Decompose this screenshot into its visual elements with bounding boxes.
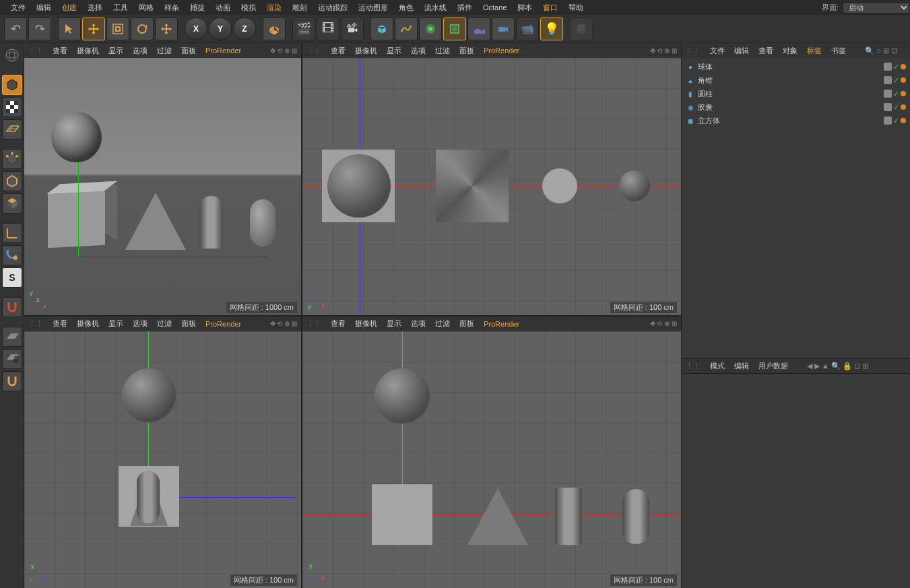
y-axis-lock[interactable]: Y — [209, 18, 232, 40]
front-cylinder[interactable] — [555, 488, 582, 545]
top-cylinder[interactable] — [542, 168, 577, 203]
top-cone[interactable] — [436, 150, 509, 222]
search-icon[interactable]: 🔍 ⌂ ⊞ ⊡ — [865, 46, 897, 55]
add-light[interactable]: 💡 — [540, 18, 563, 40]
add-spline[interactable] — [395, 18, 418, 40]
model-mode[interactable] — [2, 75, 22, 95]
front-cube[interactable] — [372, 484, 432, 545]
texture-mode[interactable] — [2, 97, 22, 117]
menu-file[interactable]: 文件 — [5, 1, 31, 15]
front-capsule[interactable] — [622, 489, 649, 544]
front-sphere[interactable] — [375, 368, 430, 424]
vp-menu-display[interactable]: 显示 — [108, 46, 123, 56]
planar-workplane[interactable] — [2, 371, 22, 391]
last-tool[interactable] — [155, 18, 178, 40]
menu-edit[interactable]: 编辑 — [31, 1, 57, 15]
z-axis-lock[interactable]: Z — [233, 18, 256, 40]
menu-help[interactable]: 帮助 — [563, 1, 589, 15]
vp-menu-options[interactable]: 选项 — [133, 46, 148, 56]
x-axis-lock[interactable]: X — [185, 18, 207, 40]
point-mode[interactable] — [2, 149, 22, 169]
menu-simulate[interactable]: 模拟 — [236, 1, 261, 15]
menu-mograph[interactable]: 运动图形 — [353, 1, 393, 15]
menu-render[interactable]: 渲染 — [261, 1, 287, 15]
layout-dropdown[interactable]: 启动 — [843, 2, 910, 13]
menu-window[interactable]: 窗口 — [538, 1, 563, 15]
add-camera[interactable] — [492, 18, 515, 40]
am-menu-mode[interactable]: 模式 — [710, 361, 725, 371]
add-generator[interactable] — [419, 18, 442, 40]
workplane-snap[interactable] — [2, 327, 22, 347]
object-item-cone[interactable]: ▲ 角锥 ✓ — [686, 73, 906, 87]
menu-animate[interactable]: 动画 — [210, 1, 236, 15]
viewport-solo[interactable]: S — [2, 267, 22, 288]
viewport-nav-icons[interactable]: ✥ ⟲ ⊕ ⊞ — [270, 47, 297, 55]
menu-script[interactable]: 脚本 — [512, 1, 538, 15]
am-menu-userdata[interactable]: 用户数据 — [758, 361, 788, 371]
om-menu-file[interactable]: 文件 — [710, 46, 725, 56]
render-settings[interactable]: 📽 — [341, 18, 364, 40]
menu-pipeline[interactable]: 流水线 — [419, 1, 452, 15]
edge-mode[interactable] — [2, 171, 22, 191]
render-view[interactable]: 🎬 — [292, 18, 315, 40]
add-deformer[interactable] — [443, 18, 466, 40]
object-item-capsule[interactable]: ◉ 胶囊 ✓ — [686, 100, 906, 114]
redo-button[interactable]: ↷ — [28, 18, 51, 40]
workplane-mode[interactable] — [2, 119, 22, 139]
snap-toggle[interactable] — [2, 297, 22, 317]
menu-plugins[interactable]: 插件 — [452, 1, 478, 15]
vp-menu-camera[interactable]: 摄像机 — [77, 46, 99, 56]
om-menu-view[interactable]: 查看 — [758, 46, 773, 56]
menu-character[interactable]: 角色 — [393, 1, 419, 15]
rotate-tool[interactable] — [131, 18, 154, 40]
scene-capsule[interactable] — [250, 199, 275, 247]
menu-create[interactable]: 创建 — [57, 1, 82, 15]
menu-mesh[interactable]: 网格 — [133, 1, 159, 15]
top-capsule[interactable] — [619, 170, 650, 201]
right-sphere[interactable] — [122, 368, 176, 422]
top-sphere[interactable] — [327, 154, 391, 218]
vp-menu-prorender[interactable]: ProRender — [205, 46, 241, 55]
undo-button[interactable]: ↶ — [4, 18, 27, 40]
coord-system[interactable] — [263, 18, 286, 40]
viewport-perspective[interactable]: ⋮⋮ 查看 摄像机 显示 选项 过滤 面板 ProRender ✥ ⟲ ⊕ ⊞ … — [24, 43, 301, 315]
live-select-tool[interactable] — [58, 18, 81, 40]
scene-cone[interactable] — [125, 193, 186, 250]
tweak-mode[interactable] — [2, 245, 22, 265]
vp-menu-panel[interactable]: 面板 — [181, 46, 196, 56]
menu-sculpt[interactable]: 雕刻 — [287, 1, 313, 15]
object-item-cylinder[interactable]: ▮ 圆柱 ✓ — [686, 87, 906, 100]
object-item-sphere[interactable]: ● 球体 ✓ — [686, 60, 906, 73]
menu-tools[interactable]: 工具 — [108, 1, 133, 15]
globe-icon[interactable] — [2, 45, 22, 65]
add-environment[interactable] — [467, 18, 490, 40]
add-camera2[interactable]: 📹 — [516, 18, 539, 40]
menu-octane[interactable]: Octane — [478, 1, 512, 13]
vp-menu-view[interactable]: 查看 — [53, 46, 67, 56]
viewport-front[interactable]: ⋮⋮ 查看 摄像机 显示 选项 过滤 面板 ProRender ✥ ⟲ ⊕ ⊞ … — [302, 317, 681, 589]
am-nav-icons[interactable]: ◀ ▶ ▲ 🔍 🔒 ⊡ ⊞ — [807, 362, 868, 370]
menu-snap[interactable]: 捕捉 — [185, 1, 210, 15]
menu-motiontracker[interactable]: 运动跟踪 — [313, 1, 353, 15]
scene-sphere[interactable] — [51, 112, 102, 162]
polygon-mode[interactable] — [2, 193, 22, 214]
viewport-right[interactable]: ⋮⋮ 查看 摄像机 显示 选项 过滤 面板 ProRender ✥ ⟲ ⊕ ⊞ … — [24, 317, 301, 589]
om-menu-bookmarks[interactable]: 书签 — [831, 46, 846, 56]
om-menu-objects[interactable]: 对象 — [783, 46, 798, 56]
object-item-cube[interactable]: ◼ 立方体 ✓ — [686, 114, 906, 127]
scale-tool[interactable] — [106, 18, 129, 40]
am-menu-edit[interactable]: 编辑 — [734, 361, 749, 371]
content-browser[interactable] — [570, 18, 593, 40]
add-cube[interactable] — [370, 18, 393, 40]
locked-workplane[interactable] — [2, 349, 22, 369]
menu-spline[interactable]: 样条 — [159, 1, 185, 15]
vp-menu-filter[interactable]: 过滤 — [157, 46, 172, 56]
move-tool[interactable] — [82, 18, 105, 40]
right-capsule[interactable] — [137, 471, 160, 523]
axis-mode[interactable] — [2, 223, 22, 243]
om-menu-edit[interactable]: 编辑 — [734, 46, 749, 56]
scene-cylinder[interactable] — [199, 196, 223, 249]
render-region[interactable]: 🎞 — [317, 18, 339, 40]
scene-cube[interactable] — [48, 191, 105, 248]
menu-select[interactable]: 选择 — [82, 1, 108, 15]
